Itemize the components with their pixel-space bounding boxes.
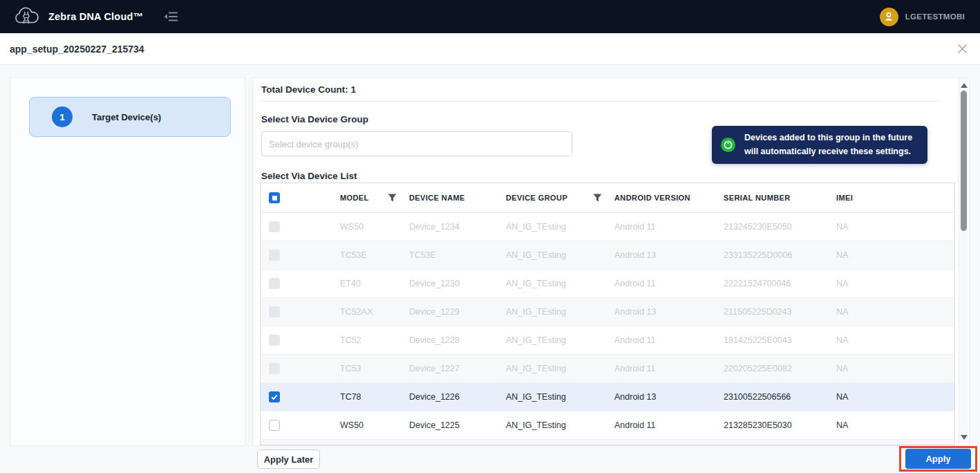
cell-imei: NA [836,392,954,402]
zebra-dna-cloud-logo [12,6,40,28]
cell-serial-number: 211505225D0243 [724,307,836,317]
cell-model: WS50 [340,420,409,430]
device-table-header: MODEL DEVICE NAME DEVICE GROUP ANDROID V… [261,183,954,213]
column-header-model: MODEL [340,194,369,202]
cell-android-version: Android 13 [614,250,724,260]
cell-device-name: TC53E [409,250,506,260]
cell-model: TC52AX [340,307,409,317]
cell-imei: NA [836,250,954,260]
cell-imei: NA [836,335,954,345]
cell-device-group: AN_IG_TEsting [506,420,614,430]
cell-device-name: Device_1227 [409,364,506,373]
info-power-icon [720,137,736,153]
tooltip-text: Devices added to this group in the futur… [744,131,912,158]
step-target-devices[interactable]: 1 Target Device(s) [29,97,231,137]
cell-android-version: Android 13 [614,307,724,317]
total-device-count: Total Device Count: 1 [261,84,356,95]
step-label: Target Device(s) [92,112,161,122]
device-group-input[interactable] [261,131,572,156]
cell-serial-number: 181425225E0043 [724,335,836,345]
user-name: LGETESTMOBI [905,12,965,21]
cell-device-name: Device_1226 [409,392,506,402]
table-row[interactable]: WS50 Device_1234 AN_IG_TEsting Android 1… [261,213,954,241]
cell-model: ET40 [340,279,409,288]
select-via-device-group-label: Select Via Device Group [261,114,368,124]
cell-model: TC53 [340,364,409,373]
scrollbar-thumb[interactable] [961,91,967,231]
cell-imei: NA [836,279,954,288]
cell-device-name: Device_1228 [409,335,506,345]
app-title: Zebra DNA Cloud™ [48,11,143,22]
close-icon[interactable] [957,44,968,54]
scrollbar-up-arrow[interactable] [961,83,968,88]
user-avatar[interactable] [880,8,898,26]
select-all-checkbox[interactable] [269,192,280,203]
menu-open-icon[interactable] [164,11,178,22]
cell-device-name: Device_1234 [409,222,506,232]
cell-device-group: AN_IG_TEsting [506,364,614,373]
cell-device-group: AN_IG_TEsting [506,279,614,288]
row-checkbox [269,278,280,289]
cell-device-group: AN_IG_TEsting [506,307,614,317]
table-row[interactable]: TC78 Device_1226 AN_IG_TEsting Android 1… [261,383,954,411]
cell-android-version: Android 11 [614,420,724,430]
cell-serial-number: 220205225E0082 [724,364,836,373]
page-title: app_setup_20250227_215734 [10,44,144,55]
cell-device-group: AN_IG_TEsting [506,222,614,232]
cell-serial-number: 22221524700046 [724,279,836,288]
cell-device-group: AN_IG_TEsting [506,392,614,402]
top-header-bar: Zebra DNA Cloud™ LGETESTMOBI [0,0,980,33]
cell-imei: NA [836,420,954,430]
filter-icon-device-group[interactable] [593,194,602,202]
cell-android-version: Android 11 [614,364,724,373]
cell-serial-number: 213285230E5030 [724,420,836,430]
column-header-android-version: ANDROID VERSION [614,194,690,202]
column-header-imei: IMEI [836,194,853,202]
cell-android-version: Android 11 [614,335,724,345]
dialog-title-bar: app_setup_20250227_215734 [0,33,980,65]
group-info-tooltip: Devices added to this group in the futur… [712,126,927,164]
table-row[interactable]: TC52AX Device_1229 AN_IG_TEsting Android… [261,298,954,326]
cell-android-version: Android 11 [614,222,724,232]
dialog-body: 1 Target Device(s) Total Device Count: 1… [0,65,980,473]
cell-device-group: AN_IG_TEsting [506,335,614,345]
table-row[interactable]: WS50 Device_1225 AN_IG_TEsting Android 1… [261,411,954,440]
divider [261,101,939,102]
cell-serial-number: 23100522506566 [724,392,836,402]
row-checkbox [269,335,280,346]
cell-model: WS50 [340,222,409,232]
device-table: MODEL DEVICE NAME DEVICE GROUP ANDROID V… [260,183,955,445]
scrollbar[interactable] [959,78,968,445]
cell-model: TC52 [340,335,409,345]
row-checkbox [269,306,280,317]
column-header-serial-number: SERIAL NUMBER [724,194,791,202]
row-checkbox [269,250,280,261]
cell-imei: NA [836,364,954,373]
cell-model: TC78 [340,392,409,402]
table-row[interactable]: TC52AX TC52AX Android 14 211475225D0057 … [261,440,954,445]
column-header-device-name: DEVICE NAME [409,194,465,202]
step-number-badge: 1 [52,106,73,127]
steps-panel: 1 Target Device(s) [10,77,245,446]
scrollbar-down-arrow[interactable] [961,435,968,440]
apply-button[interactable]: Apply [905,449,971,469]
row-checkbox [269,221,280,232]
row-checkbox[interactable] [269,420,280,431]
cell-serial-number: 213245230E5050 [724,222,836,232]
row-checkbox[interactable] [269,391,280,402]
annotation-highlight: Apply [899,446,977,472]
cell-imei: NA [836,307,954,317]
cell-android-version: Android 11 [614,279,724,288]
table-row[interactable]: TC53 Device_1227 AN_IG_TEsting Android 1… [261,355,954,383]
select-via-device-list-label: Select Via Device List [261,171,357,181]
table-row[interactable]: TC52 Device_1228 AN_IG_TEsting Android 1… [261,326,954,355]
table-row[interactable]: TC53E TC53E AN_IG_TEsting Android 13 233… [261,241,954,270]
apply-later-button[interactable]: Apply Later [257,449,320,469]
column-header-device-group: DEVICE GROUP [506,194,567,202]
cell-android-version: Android 13 [614,392,724,402]
table-row[interactable]: ET40 Device_1230 AN_IG_TEsting Android 1… [261,270,954,298]
cell-device-name: Device_1225 [409,420,506,430]
filter-icon-model[interactable] [388,194,397,202]
content-panel: Total Device Count: 1 Select Via Device … [252,77,970,446]
cell-device-name: Device_1230 [409,279,506,288]
